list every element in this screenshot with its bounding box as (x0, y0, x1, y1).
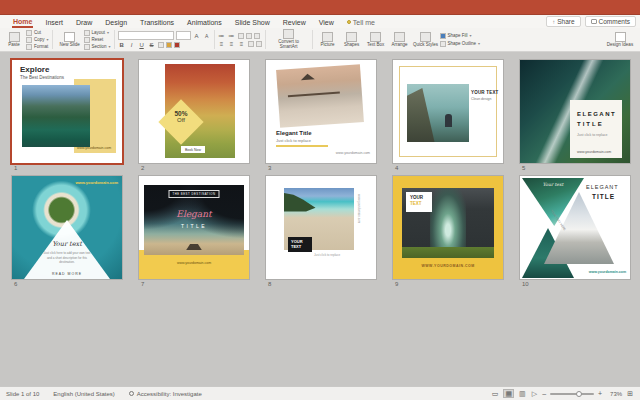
slide-thumbnail-7[interactable]: THE BEST DESTINATION Elegant TITLE www.y… (139, 176, 249, 279)
font-name-select[interactable] (118, 31, 174, 40)
tab-home[interactable]: Home (12, 16, 33, 28)
tagline-badge: THE BEST DESTINATION (169, 190, 220, 198)
slide-thumbnail-6[interactable]: www.yourdomain.com Your text Just click … (12, 176, 122, 279)
clipboard-group: Cut Copy▾ Format (26, 29, 49, 50)
language-indicator[interactable]: English (United States) (53, 391, 114, 397)
quick-styles-button[interactable]: Quick Styles (412, 29, 440, 50)
numbering-icon[interactable]: ≔ (228, 32, 236, 39)
arrange-button[interactable]: Arrange (388, 29, 412, 50)
new-slide-button[interactable]: New Slide (56, 29, 84, 50)
text-shadow-icon[interactable] (158, 42, 164, 48)
zoom-level[interactable]: 73% (606, 391, 622, 397)
zoom-out-button[interactable]: – (542, 390, 546, 397)
section-icon (84, 44, 90, 50)
tab-insert[interactable]: Insert (44, 17, 64, 27)
tab-review[interactable]: Review (282, 17, 307, 27)
tab-slide-show[interactable]: Slide Show (234, 17, 271, 27)
underline-button[interactable]: U (138, 42, 146, 48)
slide-sorter-view-button[interactable]: ▦ (503, 389, 514, 398)
slide-number: 9 (395, 281, 398, 287)
align-left-icon[interactable]: ≡ (218, 41, 226, 47)
zoom-slider[interactable] (550, 393, 594, 395)
tab-design[interactable]: Design (104, 17, 128, 27)
zoom-in-button[interactable]: + (598, 390, 602, 397)
strikethrough-button[interactable]: S (148, 42, 156, 48)
normal-view-button[interactable]: ▭ (491, 390, 500, 397)
design-ideas-button[interactable]: Design Ideas (604, 29, 636, 50)
shape-format-group: Shape Fill▾ Shape Outline▾ (440, 29, 481, 50)
shapes-button[interactable]: Shapes (340, 29, 364, 50)
tab-draw[interactable]: Draw (75, 17, 93, 27)
slide-count-indicator: Slide 1 of 10 (6, 391, 39, 397)
accessibility-status[interactable]: Accessibility: Investigate (129, 391, 202, 397)
slide-number: 4 (395, 165, 398, 171)
tab-view[interactable]: View (318, 17, 335, 27)
slide-thumbnail-10[interactable]: Your text ELEGANT TITLE YOUR TEXT HERE w… (520, 176, 630, 279)
layout-button[interactable]: Layout▾ (84, 30, 111, 36)
comments-label: Comments (599, 18, 630, 25)
slide-thumbnail-8[interactable]: www.yourdomain.com YOUR TEXT Just click … (266, 176, 376, 279)
share-button[interactable]: ↑ Share (546, 16, 580, 27)
slide-title: YOUR TEXT (471, 90, 499, 95)
shape-fill-icon (440, 33, 446, 39)
picture-button[interactable]: Picture (316, 29, 340, 50)
shape-outline-button[interactable]: Shape Outline▾ (440, 41, 481, 47)
powerpoint-window: Home Insert Draw Design Transitions Anim… (0, 0, 640, 400)
format-painter-button[interactable]: Format (26, 44, 49, 50)
reset-icon (84, 37, 90, 43)
increase-font-icon[interactable]: A (193, 33, 201, 39)
align-center-icon[interactable]: ≡ (228, 41, 236, 47)
shape-fill-button[interactable]: Shape Fill▾ (440, 33, 481, 39)
slide-thumbnail-2[interactable]: 50% Off Book Now (139, 60, 249, 163)
line-spacing-icon[interactable] (248, 41, 254, 47)
tab-tell-me[interactable]: Tell me (346, 17, 376, 27)
zoom-slider-knob[interactable] (576, 391, 582, 397)
italic-button[interactable]: I (128, 42, 136, 48)
format-painter-icon (26, 44, 32, 50)
share-label: Share (557, 18, 574, 25)
font-size-select[interactable] (176, 31, 191, 40)
beach-pier-photo (276, 64, 364, 128)
ribbon: Paste Cut Copy▾ Format New Slide Layout▾… (0, 28, 640, 52)
website-url: WWW.YOURDOMAIN.COM (393, 264, 503, 268)
slideshow-button[interactable]: ▷ (531, 390, 538, 397)
tab-animations[interactable]: Animations (186, 17, 223, 27)
fit-to-window-button[interactable]: ⊞ (626, 390, 634, 397)
slide-thumbnail-5[interactable]: ELEGANT TITLE Just click to replace www.… (520, 60, 630, 163)
slide-thumbnail-9[interactable]: YOUR TEXT WWW.YOURDOMAIN.COM (393, 176, 503, 279)
text-box-button[interactable]: Text Box (364, 29, 388, 50)
convert-to-smartart-button[interactable]: Convert to SmartArt (269, 29, 309, 50)
slide-subtitle: Just click to replace (276, 138, 311, 143)
columns-icon[interactable] (256, 41, 262, 47)
ribbon-separator (265, 30, 266, 49)
slide-number: 2 (141, 165, 144, 171)
highlight-color-icon[interactable] (166, 42, 172, 48)
new-slide-icon (64, 32, 75, 42)
font-color-icon[interactable] (174, 42, 180, 48)
indent-decrease-icon[interactable] (238, 33, 244, 39)
slide-title: TITLE (144, 223, 244, 229)
copy-button[interactable]: Copy▾ (26, 37, 49, 43)
slide-thumbnail-3[interactable]: Elegant Title Just click to replace www.… (266, 60, 376, 163)
decrease-font-icon[interactable]: A (203, 33, 211, 39)
bullets-icon[interactable]: ≔ (218, 32, 226, 39)
comments-button[interactable]: Comments (585, 16, 636, 27)
slide-thumbnail-4[interactable]: YOUR TEXT Clean design (393, 60, 503, 163)
chevron-down-icon: ▾ (47, 37, 49, 42)
section-button[interactable]: Section▾ (84, 44, 111, 50)
slide-subtitle: The Best Destinations (20, 75, 64, 80)
align-right-icon[interactable]: ≡ (238, 41, 246, 47)
reset-button[interactable]: Reset (84, 37, 111, 43)
ribbon-separator (312, 30, 313, 49)
tab-transitions[interactable]: Transitions (139, 17, 175, 27)
slide-thumbnail-1[interactable]: Explore The Best Destinations www.yourdo… (12, 60, 122, 163)
reading-view-button[interactable]: ▥ (518, 390, 527, 397)
bold-button[interactable]: B (118, 42, 126, 48)
text-direction-icon[interactable] (254, 33, 260, 39)
indent-increase-icon[interactable] (246, 33, 252, 39)
paste-button[interactable]: Paste (2, 29, 26, 50)
white-label-box: YOUR TEXT (406, 192, 432, 212)
slide-number: 7 (141, 281, 144, 287)
black-label-box: YOUR TEXT (288, 237, 312, 252)
cut-button[interactable]: Cut (26, 30, 49, 36)
